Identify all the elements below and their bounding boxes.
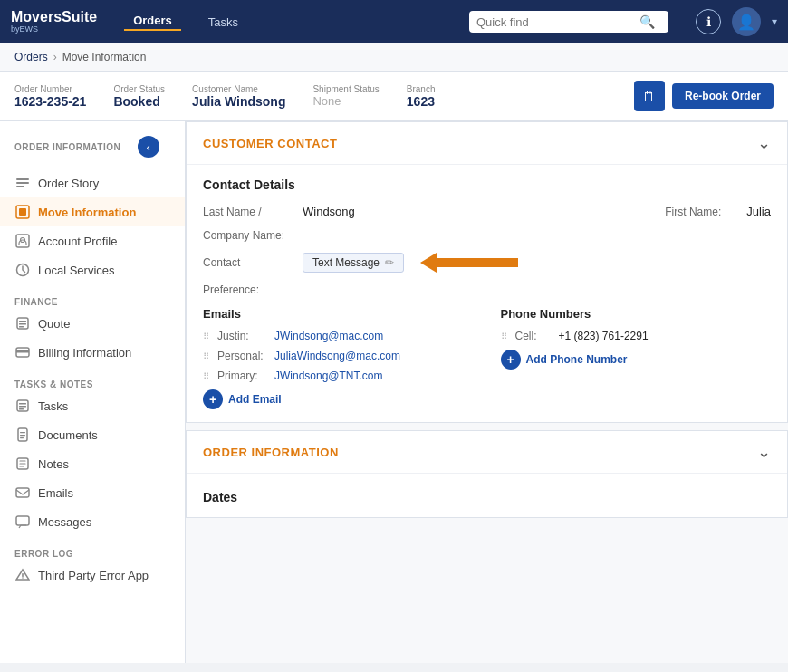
order-information-section: ORDER INFORMATION ⌄ Dates <box>186 430 788 518</box>
contact-preference-row: Contact Text Message ✏ <box>203 253 771 273</box>
breadcrumb-separator: › <box>53 51 57 63</box>
order-info-section-label: ORDER INFORMATION <box>14 142 120 152</box>
sidebar-item-order-story[interactable]: Order Story <box>0 168 185 197</box>
email-label-personal: Personal: <box>217 350 267 362</box>
svg-rect-11 <box>19 326 24 328</box>
emails-title: Emails <box>203 307 474 321</box>
company-name-row: Company Name: <box>203 229 771 242</box>
order-number-field: Order Number 1623-235-21 <box>14 84 86 109</box>
main-content: CUSTOMER CONTACT ⌄ Contact Details Last … <box>186 121 788 663</box>
svg-rect-9 <box>19 321 26 322</box>
emails-column: Emails ⠿ Justin: JWindsong@mac.com ⠿ Per… <box>203 307 474 409</box>
drag-handle-icon: ⠿ <box>203 331 208 341</box>
order-information-collapse[interactable]: ⌄ <box>757 442 771 462</box>
customer-contact-collapse[interactable]: ⌄ <box>757 133 771 153</box>
sidebar-item-label: Account Profile <box>38 235 117 248</box>
document-icon-btn[interactable]: 🗒 <box>634 81 665 111</box>
nav-orders[interactable]: Orders <box>124 14 181 31</box>
email-value-justin: JWindsong@mac.com <box>274 330 383 342</box>
contact-preference-badge[interactable]: Text Message ✏ <box>303 253 404 273</box>
documents-icon <box>14 427 31 443</box>
user-menu-chevron[interactable]: ▾ <box>772 15 777 28</box>
phone-value-cell: +1 (823) 761-2291 <box>559 330 649 342</box>
last-name-label: Last Name / <box>203 206 293 218</box>
sidebar-item-billing-information[interactable]: Billing Information <box>0 338 185 367</box>
sidebar-item-move-information[interactable]: Move Information <box>0 197 185 226</box>
customer-contact-header: CUSTOMER CONTACT ⌄ <box>187 122 787 165</box>
drag-handle-icon: ⠿ <box>203 371 208 381</box>
name-row: Last Name / Windsong First Name: Julia <box>203 205 771 218</box>
sidebar-item-messages[interactable]: Messages <box>0 507 185 536</box>
dates-title: Dates <box>203 490 771 504</box>
email-value-primary: JWindsong@TNT.com <box>274 370 383 382</box>
error-app-icon <box>14 567 31 583</box>
add-phone-icon: + <box>501 350 521 370</box>
main-layout: ORDER INFORMATION ‹ Order Story Move Inf… <box>0 121 788 663</box>
svg-rect-2 <box>16 186 24 187</box>
sidebar-item-quote[interactable]: Quote <box>0 309 185 338</box>
breadcrumb-current: Move Information <box>62 51 147 63</box>
preference-label: Preference: <box>203 283 293 296</box>
account-profile-icon <box>14 233 31 249</box>
user-avatar[interactable]: 👤 <box>732 7 761 36</box>
rebook-order-button[interactable]: Re-book Order <box>672 83 774 109</box>
top-navigation: MoversSuite byEWS Orders Tasks 🔍 ℹ 👤 ▾ <box>0 0 788 43</box>
tasks-icon <box>14 398 31 414</box>
svg-rect-1 <box>16 182 29 184</box>
order-information-body: Dates <box>187 474 787 517</box>
sidebar-item-account-profile[interactable]: Account Profile <box>0 226 185 255</box>
order-number-label: Order Number <box>14 84 86 94</box>
shipment-status-field: Shipment Status None <box>312 84 379 108</box>
edit-contact-icon[interactable]: ✏ <box>385 256 394 269</box>
sidebar-item-emails[interactable]: Emails <box>0 478 185 507</box>
add-email-label: Add Email <box>228 393 282 406</box>
order-status-label: Order Status <box>113 84 165 94</box>
svg-rect-19 <box>20 432 25 433</box>
contact-label: Contact <box>203 256 293 269</box>
emails-phones-section: Emails ⠿ Justin: JWindsong@mac.com ⠿ Per… <box>203 307 771 409</box>
svg-rect-15 <box>19 403 26 405</box>
breadcrumb-orders[interactable]: Orders <box>14 51 48 63</box>
email-label-primary: Primary: <box>217 370 267 382</box>
sidebar-collapse-button[interactable]: ‹ <box>138 136 159 158</box>
add-phone-button[interactable]: + Add Phone Number <box>501 350 772 370</box>
nav-tasks[interactable]: Tasks <box>199 15 247 29</box>
arrow-indicator <box>420 253 518 273</box>
sidebar-item-documents[interactable]: Documents <box>0 420 185 449</box>
brand-sub: byEWS <box>11 25 97 34</box>
customer-name-label: Customer Name <box>192 84 285 94</box>
svg-rect-27 <box>22 573 24 577</box>
order-status-value: Booked <box>113 94 165 109</box>
sidebar-item-label: Messages <box>38 515 91 529</box>
phones-column: Phone Numbers ⠿ Cell: +1 (823) 761-2291 … <box>501 307 772 409</box>
branch-field: Branch 1623 <box>407 84 436 109</box>
email-row-primary: ⠿ Primary: JWindsong@TNT.com <box>203 370 474 382</box>
email-row-personal: ⠿ Personal: JuliaWindsong@mac.com <box>203 350 474 362</box>
customer-contact-title: CUSTOMER CONTACT <box>203 137 337 150</box>
sidebar-item-notes[interactable]: Notes <box>0 449 185 478</box>
search-input[interactable] <box>476 15 639 29</box>
error-section-label: ERROR LOG <box>0 540 185 561</box>
svg-rect-13 <box>16 350 29 353</box>
sidebar-item-third-party-error[interactable]: Third Party Error App <box>0 561 185 590</box>
company-name-label: Company Name: <box>203 229 293 242</box>
sidebar-item-tasks[interactable]: Tasks <box>0 391 185 420</box>
sidebar-item-label: Third Party Error App <box>38 569 149 582</box>
shipment-status-label: Shipment Status <box>312 84 379 94</box>
sidebar-item-label: Billing Information <box>38 346 131 360</box>
quick-find-search[interactable]: 🔍 <box>469 11 668 33</box>
breadcrumb: Orders › Move Information <box>0 43 788 72</box>
sidebar-item-label: Quote <box>38 317 70 331</box>
sidebar-item-local-services[interactable]: Local Services <box>0 255 185 284</box>
svg-rect-16 <box>19 406 26 408</box>
sidebar-item-label: Tasks <box>38 399 68 413</box>
add-email-button[interactable]: + Add Email <box>203 389 474 409</box>
svg-rect-0 <box>16 178 29 180</box>
sidebar-item-label: Move Information <box>38 206 136 219</box>
phone-label-cell: Cell: <box>515 330 552 342</box>
topnav-icons: ℹ 👤 ▾ <box>696 7 777 36</box>
tasks-section-label: TASKS & NOTES <box>0 370 185 391</box>
first-name-label: First Name: <box>665 206 737 218</box>
info-icon-btn[interactable]: ℹ <box>696 9 721 34</box>
shipment-status-value: None <box>312 94 379 108</box>
